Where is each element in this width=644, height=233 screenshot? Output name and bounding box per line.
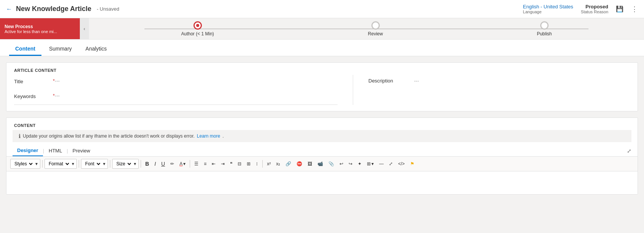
editor-expand-button[interactable]: ⤢ xyxy=(627,148,631,154)
redo-icon: ↪ xyxy=(349,161,352,166)
description-field-row: Description --- xyxy=(368,75,630,84)
fullscreen-button[interactable]: ⤢ xyxy=(387,159,395,169)
back-button[interactable]: ← xyxy=(6,6,12,13)
bold-button[interactable]: B xyxy=(143,159,151,169)
new-process-badge[interactable]: New Process Active for less than one mi.… xyxy=(0,18,80,39)
content-section-header: CONTENT xyxy=(6,118,638,130)
save-icon[interactable]: 💾 xyxy=(616,5,623,13)
source-code-button[interactable]: </> xyxy=(396,159,407,169)
clear-format-button[interactable]: ✦ xyxy=(355,159,364,169)
font-select[interactable]: Font xyxy=(84,161,102,167)
quote-button[interactable]: ❝ xyxy=(228,159,235,169)
step-circle-author xyxy=(194,21,202,30)
flag-button[interactable]: ⚑ xyxy=(408,159,417,169)
tabs-bar: Content Summary Analytics xyxy=(0,40,644,56)
indent-decrease-button[interactable]: ⇤ xyxy=(209,159,218,169)
insert-media-button[interactable]: 📹 xyxy=(315,159,325,169)
info-text: Update your origins allow list if any if… xyxy=(23,133,195,139)
tab-content[interactable]: Content xyxy=(9,42,41,56)
styles-dropdown[interactable]: Styles ▾ xyxy=(10,159,40,169)
align-center-button[interactable]: ≡ xyxy=(201,159,209,169)
styles-select[interactable]: Styles xyxy=(13,161,34,167)
keywords-value[interactable]: --- xyxy=(55,93,338,98)
toolbar-sep-2 xyxy=(79,160,79,168)
process-step-publish[interactable]: Publish xyxy=(537,21,552,36)
italic-button[interactable]: I xyxy=(152,159,158,169)
indent-increase-button[interactable]: ⇥ xyxy=(219,159,227,169)
toolbar-sep-1 xyxy=(42,160,43,168)
step-label-publish: Publish xyxy=(537,31,552,36)
font-color-button[interactable]: A▾ xyxy=(177,159,188,169)
highlight-button[interactable]: ✏ xyxy=(168,159,176,169)
redo-button[interactable]: ↪ xyxy=(346,159,355,169)
format-select[interactable]: Format xyxy=(47,161,70,167)
status-value: Proposed xyxy=(581,4,608,10)
list-bullet-icon: ⊟ xyxy=(238,161,241,166)
insert-media2-button[interactable]: 📎 xyxy=(326,159,336,169)
tab-analytics[interactable]: Analytics xyxy=(79,42,113,56)
tab-summary[interactable]: Summary xyxy=(43,42,78,56)
editor-tab-preview[interactable]: Preview xyxy=(68,146,95,156)
keywords-label: Keywords xyxy=(14,93,52,99)
status-sub-label: Status Reason xyxy=(581,10,608,14)
media-icon: 📹 xyxy=(317,161,323,166)
list-bullet-button[interactable]: ⊟ xyxy=(235,159,244,169)
toolbar-sep-6 xyxy=(262,160,263,168)
font-dropdown[interactable]: Font ▾ xyxy=(81,159,108,169)
insert-link-button[interactable]: 🔗 xyxy=(283,159,293,169)
step-label-review: Review xyxy=(368,31,383,36)
process-title: New Process xyxy=(5,24,75,29)
remove-link-button[interactable]: ⛔ xyxy=(294,159,305,169)
insert-table-button[interactable]: ⊞▾ xyxy=(365,159,376,169)
article-content-card: ARTICLE CONTENT Title * --- Keywords * -… xyxy=(6,62,638,111)
unsaved-label: - Unsaved xyxy=(97,6,119,12)
editor-tab-html[interactable]: HTML xyxy=(44,146,67,156)
list-number-button[interactable]: ⊞ xyxy=(244,159,253,169)
format-dropdown[interactable]: Format ▾ xyxy=(44,159,77,169)
hr-icon: — xyxy=(379,161,384,166)
list-number-icon: ⊞ xyxy=(247,161,251,166)
process-collapse-button[interactable]: ‹ xyxy=(80,18,89,39)
horizontal-rule-button[interactable]: — xyxy=(377,159,386,169)
indent-decrease-icon: ⇤ xyxy=(212,161,216,166)
clear-icon: ✦ xyxy=(358,161,362,166)
header-left: ← New Knowledge Article - Unsaved xyxy=(6,5,119,13)
undo-button[interactable]: ↩ xyxy=(337,159,346,169)
editor-toolbar: Styles ▾ Format ▾ Font ▾ Size ▾ B I U ✏ xyxy=(6,157,638,171)
step-label-author: Author (< 1 Min) xyxy=(181,31,214,36)
learn-more-link[interactable]: Learn more xyxy=(197,133,220,139)
info-icon: ℹ xyxy=(19,133,21,139)
more-options-icon[interactable]: ⋮ xyxy=(631,5,638,13)
align-left-button[interactable]: ☰ xyxy=(192,159,201,169)
insert-image-button[interactable]: 🖼 xyxy=(305,159,314,169)
description-label: Description xyxy=(368,78,414,84)
table-icon: ⊞ xyxy=(367,161,371,166)
page-title: New Knowledge Article xyxy=(16,5,91,13)
superscript-button[interactable]: x² xyxy=(265,159,273,169)
align-left-icon: ☰ xyxy=(194,161,198,166)
top-header: ← New Knowledge Article - Unsaved Englis… xyxy=(0,0,644,18)
step-circle-review xyxy=(371,21,380,30)
info-suffix: . xyxy=(222,133,224,139)
language-sub: Language xyxy=(523,10,573,14)
fields-left: Title * --- Keywords * --- xyxy=(14,75,353,105)
editor-body[interactable] xyxy=(6,171,638,194)
step-circle-publish xyxy=(540,21,549,30)
underline-button[interactable]: U xyxy=(159,159,167,169)
link-icon: 🔗 xyxy=(286,161,291,166)
title-value[interactable]: --- xyxy=(55,78,338,84)
size-dropdown[interactable]: Size ▾ xyxy=(112,159,139,169)
size-select[interactable]: Size xyxy=(115,161,132,167)
toolbar-sep-5 xyxy=(190,160,190,168)
indent-increase-icon: ⇥ xyxy=(221,161,225,166)
source-icon: </> xyxy=(398,161,404,166)
subscript-button[interactable]: x₂ xyxy=(274,159,282,169)
language-link[interactable]: English - United States xyxy=(523,4,573,10)
process-steps: Author (< 1 Min) Review Publish xyxy=(89,18,644,39)
process-step-author[interactable]: Author (< 1 Min) xyxy=(181,21,214,36)
description-value[interactable]: --- xyxy=(414,78,630,84)
flag-icon: ⚑ xyxy=(410,161,414,166)
align-right-button[interactable]: ⫶ xyxy=(254,159,260,169)
process-step-review[interactable]: Review xyxy=(368,21,383,36)
editor-tab-designer[interactable]: Designer xyxy=(13,145,43,156)
